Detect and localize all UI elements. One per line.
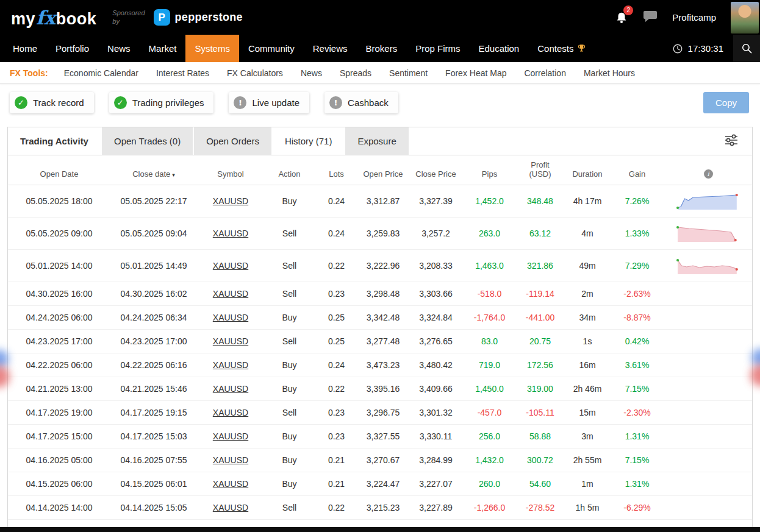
nav-item-label: Community (248, 43, 295, 54)
symbol-link[interactable]: XAUUSD (213, 196, 248, 206)
cell-close-date: 04.14.2025 15:05 (110, 496, 197, 520)
cell-gain: 1.31% (610, 472, 664, 496)
badge-cashback[interactable]: !Cashback (324, 92, 398, 113)
username[interactable]: Profitcamp (672, 12, 716, 23)
cell-open-date: 04.16.2025 05:00 (8, 449, 110, 472)
nav-item-contests[interactable]: Contests (528, 35, 595, 62)
chat-icon (643, 10, 658, 23)
badge-trading-privileges[interactable]: ✓Trading privileges (109, 92, 214, 113)
cell-action: Buy (264, 425, 315, 449)
cell-duration: 2h 55m (565, 449, 610, 472)
tab-exposure[interactable]: Exposure (345, 127, 408, 155)
cell-action: Buy (264, 353, 315, 377)
tab-history-71[interactable]: History (71) (273, 127, 345, 155)
symbol-link[interactable]: XAUUSD (213, 384, 248, 394)
symbol-link[interactable]: XAUUSD (213, 431, 248, 441)
cell-gain: -2.30% (610, 401, 664, 425)
cell-profit: 20.75 (515, 330, 565, 353)
myfxbook-logo[interactable]: myfxbook (11, 7, 96, 29)
cell-pips: 719.0 (464, 353, 515, 377)
symbol-link[interactable]: XAUUSD (213, 229, 248, 238)
cell-close-date: 04.17.2025 15:03 (110, 425, 197, 449)
cell-gain: 1.31% (610, 425, 664, 449)
messages-button[interactable] (643, 10, 658, 26)
cell-pips: -457.0 (464, 401, 515, 425)
col-header-lots[interactable]: Lots (315, 155, 358, 185)
tab-open-orders[interactable]: Open Orders (194, 127, 271, 155)
fx-tool-spreads[interactable]: Spreads (340, 68, 371, 78)
nav-item-brokers[interactable]: Brokers (356, 35, 406, 62)
cell-open-date: 05.01.2025 14:00 (8, 250, 110, 282)
nav-item-reviews[interactable]: Reviews (304, 35, 357, 62)
col-header-close-price[interactable]: Close Price (408, 155, 464, 185)
col-header-open-date[interactable]: Open Date (8, 155, 110, 185)
fx-tool-sentiment[interactable]: Sentiment (389, 68, 428, 78)
filter-button[interactable] (724, 134, 752, 149)
sponsor-pepperstone-link[interactable]: P pepperstone (154, 9, 243, 26)
col-header-pips[interactable]: Pips (464, 155, 515, 185)
fx-tool-correlation[interactable]: Correlation (524, 68, 565, 78)
nav-item-home[interactable]: Home (4, 35, 46, 62)
fx-tool-fx-calculators[interactable]: FX Calculators (227, 68, 283, 78)
col-header-action[interactable]: Action (264, 155, 315, 185)
fx-tool-interest-rates[interactable]: Interest Rates (156, 68, 209, 78)
cell-lots: 0.23 (315, 425, 358, 449)
cell-open-date: 04.22.2025 06:00 (8, 353, 110, 377)
nav-item-news[interactable]: News (98, 35, 140, 62)
badge-track-record[interactable]: ✓Track record (10, 92, 94, 113)
col-header-symbol[interactable]: Symbol (197, 155, 264, 185)
copy-button[interactable]: Copy (703, 92, 749, 113)
cell-open-price: 3,215.23 (358, 496, 408, 520)
avatar[interactable] (731, 2, 759, 34)
symbol-link[interactable]: XAUUSD (213, 503, 248, 512)
symbol-link[interactable]: XAUUSD (213, 289, 248, 299)
cell-close-date: 05.01.2025 14:49 (110, 250, 197, 282)
cell-close-price: 3,327.39 (408, 185, 464, 218)
cell-open-price: 3,342.48 (358, 306, 408, 330)
cell-close-date: 04.23.2025 17:00 (110, 330, 197, 353)
trade-row: 04.17.2025 19:0004.17.2025 19:15XAUUSDSe… (8, 401, 752, 425)
nav-item-community[interactable]: Community (239, 35, 304, 62)
fx-tool-forex-heat-map[interactable]: Forex Heat Map (445, 68, 506, 78)
clock-icon (672, 43, 683, 54)
symbol-link[interactable]: XAUUSD (213, 360, 248, 370)
notifications-button[interactable]: 2 (615, 8, 628, 27)
cell-profit: 58.88 (515, 425, 565, 449)
nav-item-label: Brokers (365, 43, 397, 54)
info-icon[interactable]: i (704, 169, 713, 179)
exclamation-icon: ! (234, 96, 246, 109)
cell-chart (664, 185, 752, 218)
search-button[interactable] (733, 35, 760, 62)
cell-action: Buy (264, 472, 315, 496)
cell-chart (664, 472, 752, 496)
nav-item-education[interactable]: Education (470, 35, 529, 62)
fx-tool-news[interactable]: News (301, 68, 322, 78)
cell-chart (664, 449, 752, 472)
tab-open-trades-0[interactable]: Open Trades (0) (102, 127, 193, 155)
col-header-close-date[interactable]: Close date▾ (110, 155, 197, 185)
col-header-duration[interactable]: Duration (565, 155, 610, 185)
nav-item-portfolio[interactable]: Portfolio (46, 35, 98, 62)
symbol-link[interactable]: XAUUSD (213, 261, 248, 271)
fx-tool-economic-calendar[interactable]: Economic Calendar (64, 68, 138, 78)
col-header-open-price[interactable]: Open Price (358, 155, 408, 185)
cell-pips: -518.0 (464, 282, 515, 306)
fx-tool-market-hours[interactable]: Market Hours (584, 68, 635, 78)
symbol-link[interactable]: XAUUSD (213, 479, 248, 489)
symbol-link[interactable]: XAUUSD (213, 336, 248, 346)
symbol-link[interactable]: XAUUSD (213, 455, 248, 465)
cell-lots: 0.23 (315, 401, 358, 425)
nav-item-prop-firms[interactable]: Prop Firms (406, 35, 469, 62)
col-header-profit[interactable]: Profit(USD) (515, 155, 565, 185)
header-row: Open DateClose date▾SymbolActionLotsOpen… (8, 155, 752, 185)
cell-symbol: XAUUSD (197, 250, 264, 282)
nav-item-market[interactable]: Market (140, 35, 186, 62)
col-header-gain[interactable]: Gain (610, 155, 664, 185)
nav-item-systems[interactable]: Systems (185, 35, 239, 62)
col-header-chart[interactable]: i (664, 155, 752, 185)
cell-gain: 7.15% (610, 377, 664, 401)
symbol-link[interactable]: XAUUSD (213, 408, 248, 417)
badge-live-update[interactable]: !Live update (229, 92, 309, 113)
trade-sparkline (676, 192, 740, 210)
symbol-link[interactable]: XAUUSD (213, 313, 248, 322)
